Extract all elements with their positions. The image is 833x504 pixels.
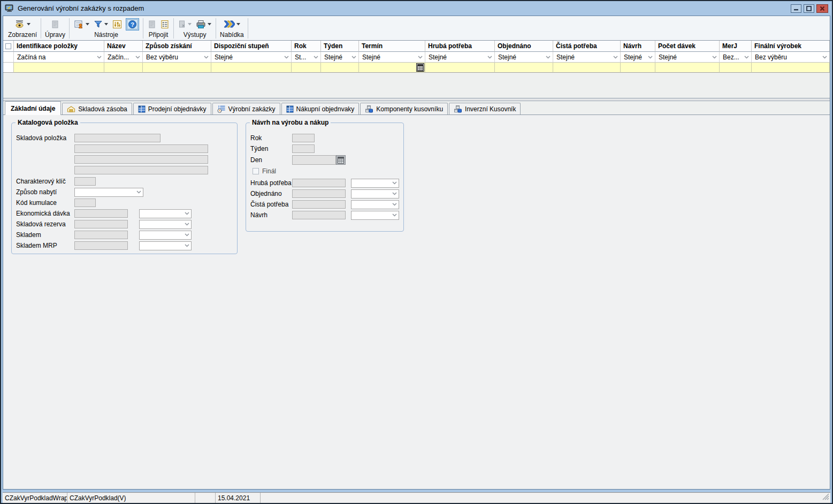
acquisition-method-select[interactable] bbox=[74, 188, 143, 197]
filter-value-cell[interactable] bbox=[495, 63, 553, 73]
day-field[interactable] bbox=[292, 155, 336, 165]
column-header[interactable]: Dispoziční stupeň bbox=[211, 41, 292, 52]
tab-nakupni-objednvaky[interactable]: Nákupní objednvaky bbox=[281, 103, 360, 114]
wizard-menu-button[interactable] bbox=[73, 19, 90, 29]
tab-komponenty-kusovniku[interactable]: Komponenty kusovníku bbox=[360, 103, 448, 114]
resize-grip-icon[interactable] bbox=[822, 493, 829, 502]
final-checkbox[interactable] bbox=[253, 168, 259, 174]
filter-value-cell[interactable] bbox=[292, 63, 321, 73]
filter-operator-select[interactable]: Začín... bbox=[105, 52, 141, 62]
filter-operator-select[interactable]: Stejné bbox=[496, 52, 552, 62]
calendar-button[interactable] bbox=[416, 63, 424, 72]
ordered-unit-select[interactable] bbox=[351, 189, 399, 198]
filter-operator-select[interactable]: St... bbox=[293, 52, 319, 62]
column-header[interactable]: Název bbox=[104, 41, 143, 52]
tab-skladova-zasoba[interactable]: Skladová zásoba bbox=[62, 103, 132, 114]
column-header[interactable]: MerJ bbox=[720, 41, 752, 52]
filter-value-cell[interactable] bbox=[104, 63, 143, 73]
stock-item-name-field-1[interactable] bbox=[74, 144, 208, 153]
gross-demand-field[interactable] bbox=[292, 179, 346, 187]
column-header[interactable]: Způsob získání bbox=[143, 41, 211, 52]
calendar-icon bbox=[338, 157, 344, 164]
proposal-unit-select[interactable] bbox=[351, 211, 399, 220]
attach-list-button[interactable] bbox=[160, 19, 170, 29]
filter-operator-select[interactable]: Bez výběru bbox=[144, 52, 210, 62]
filter-operator-select[interactable]: Stejné bbox=[426, 52, 493, 62]
titlebar: Generování výrobní zakázky s rozpadem bbox=[3, 1, 830, 16]
filter-value-cell[interactable] bbox=[425, 63, 495, 73]
filter-operator-select[interactable]: Začíná na bbox=[15, 52, 103, 62]
filter-operator-select[interactable]: Stejné bbox=[656, 52, 718, 62]
filter-value-cell[interactable] bbox=[621, 63, 655, 73]
menu-button[interactable] bbox=[223, 19, 241, 29]
close-button[interactable] bbox=[816, 4, 828, 13]
week-field[interactable] bbox=[292, 144, 315, 153]
filter-value-cell[interactable] bbox=[143, 63, 211, 73]
filter-value-cell[interactable] bbox=[211, 63, 292, 73]
column-header[interactable]: Finální výrobek bbox=[752, 41, 830, 52]
help-button[interactable]: ? bbox=[128, 20, 137, 29]
column-header[interactable]: Návrh bbox=[621, 41, 655, 52]
filter-value-cell[interactable] bbox=[553, 63, 621, 73]
net-demand-unit-select[interactable] bbox=[351, 200, 399, 209]
filter-value-cell[interactable] bbox=[720, 63, 752, 73]
tab-label: Nákupní objednvaky bbox=[296, 105, 355, 113]
export-menu-button[interactable] bbox=[178, 19, 192, 29]
filter-value-cell[interactable] bbox=[655, 63, 720, 73]
year-field[interactable] bbox=[292, 134, 315, 142]
column-header[interactable]: Rok bbox=[292, 41, 321, 52]
in-stock-unit-select[interactable] bbox=[139, 231, 192, 240]
filter-menu-button[interactable] bbox=[93, 19, 109, 29]
day-calendar-button[interactable] bbox=[336, 155, 346, 165]
gross-demand-unit-select[interactable] bbox=[351, 179, 399, 188]
stock-reserve-unit-select[interactable] bbox=[139, 220, 192, 229]
stock-item-name-field-2[interactable] bbox=[74, 155, 208, 164]
tab-vyrobni-zakazky[interactable]: Výrobní zakázky bbox=[212, 103, 280, 114]
column-header[interactable]: Identifikace položky bbox=[14, 41, 104, 52]
filter-operator-select[interactable]: Stejné bbox=[622, 52, 654, 62]
tab-inverzni-kusovnik[interactable]: Inverzní Kusovník bbox=[449, 103, 521, 114]
economic-batch-unit-select[interactable] bbox=[139, 209, 192, 218]
stock-item-code-field[interactable] bbox=[74, 134, 161, 142]
filter-value-cell[interactable] bbox=[14, 63, 104, 73]
view-menu-button[interactable] bbox=[14, 19, 31, 29]
economic-batch-field[interactable] bbox=[74, 209, 128, 218]
filter-operator-select[interactable]: Bez výběru bbox=[753, 52, 828, 62]
filter-operator-select[interactable]: Stejné bbox=[212, 52, 290, 62]
column-header[interactable]: Hrubá potřeba bbox=[425, 41, 495, 52]
ordered-field[interactable] bbox=[292, 189, 346, 198]
tab-prodejni-objednavky[interactable]: Prodejní objednávky bbox=[133, 103, 211, 114]
character-key-field[interactable] bbox=[74, 177, 96, 186]
stock-reserve-field[interactable] bbox=[74, 220, 128, 228]
edit-button[interactable] bbox=[50, 19, 60, 29]
filter-value-cell[interactable] bbox=[752, 63, 830, 73]
filter-operator-select[interactable]: Bez... bbox=[721, 52, 750, 62]
print-menu-button[interactable] bbox=[195, 19, 212, 29]
tab-zakladni-udaje[interactable]: Základní údaje bbox=[5, 101, 61, 115]
filter-settings-button[interactable] bbox=[112, 19, 123, 29]
in-stock-field[interactable] bbox=[74, 231, 128, 239]
net-demand-field[interactable] bbox=[292, 200, 346, 209]
input-row-selector-cell[interactable] bbox=[3, 63, 14, 73]
filter-value-cell[interactable] bbox=[321, 63, 359, 73]
column-header[interactable]: Čistá potřeba bbox=[553, 41, 621, 52]
column-header[interactable]: Týden bbox=[321, 41, 359, 52]
column-header[interactable]: Termín bbox=[359, 41, 425, 52]
minimize-button[interactable] bbox=[791, 4, 801, 13]
proposal-field[interactable] bbox=[292, 211, 346, 219]
toolbar-group-nabidka: Nabídka bbox=[216, 17, 248, 40]
in-stock-mrp-field[interactable] bbox=[74, 241, 128, 250]
select-all-checkbox[interactable] bbox=[5, 43, 11, 49]
stock-item-name-field-3[interactable] bbox=[74, 166, 208, 174]
filter-operator-select[interactable]: Stejné bbox=[322, 52, 357, 62]
column-header[interactable]: Počet dávek bbox=[655, 41, 720, 52]
in-stock-mrp-unit-select[interactable] bbox=[139, 241, 192, 250]
accumulation-code-field[interactable] bbox=[74, 198, 96, 207]
attach-button[interactable] bbox=[147, 19, 157, 29]
maximize-button[interactable] bbox=[804, 4, 814, 13]
filter-value-cell[interactable] bbox=[359, 63, 425, 73]
column-header[interactable]: Objednáno bbox=[495, 41, 553, 52]
filter-operator-select[interactable]: Stejné bbox=[360, 52, 424, 62]
select-all-header[interactable] bbox=[3, 41, 14, 52]
filter-operator-select[interactable]: Stejné bbox=[554, 52, 619, 62]
